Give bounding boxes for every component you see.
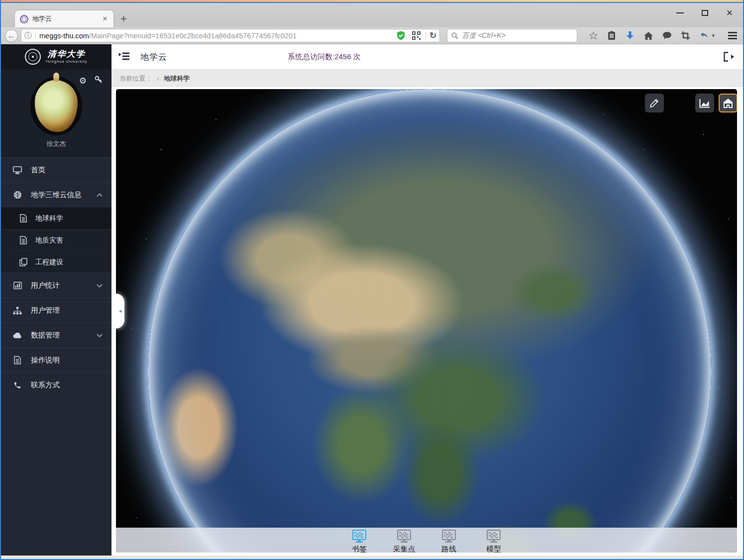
home-icon[interactable] [642, 30, 654, 42]
sidebar-item-label: 地质灾害 [35, 236, 63, 245]
map-toolbar-top [116, 94, 737, 113]
user-name: 徐文杰 [47, 139, 66, 148]
sidebar-item-geo3d-cloud[interactable]: 地学三维云信息 [1, 182, 111, 207]
sidebar-item-data-management[interactable]: 数据管理 [1, 323, 111, 347]
undo-dropdown-caret[interactable]: ▾ [712, 32, 715, 39]
draw-pencil-button[interactable] [645, 94, 664, 112]
tsinghua-emblem-icon [25, 49, 41, 65]
university-name-zh: 清华大学 [48, 50, 86, 59]
toolbar-icons: ☆ ▾ [587, 30, 739, 42]
dock-item-label: 模型 [486, 545, 501, 553]
dock-item-routes[interactable]: 路线 [434, 529, 464, 553]
maximize-button[interactable] [698, 7, 711, 19]
bookmarks-monitor-icon [351, 529, 367, 544]
library-icon[interactable] [606, 30, 618, 42]
sidebar-item-label: 用户管理 [31, 306, 103, 315]
sidebar-item-contact[interactable]: 联系方式 [1, 372, 111, 397]
sitemap-icon [13, 307, 22, 315]
dock-item-collection-points[interactable]: 采集点 [389, 529, 419, 553]
sidebar-item-label: 用户统计 [31, 281, 88, 290]
sidebar-menu: 首页 地学三维云信息 地球科学 [1, 157, 111, 556]
password-key-icon[interactable] [95, 76, 103, 86]
settings-gear-icon[interactable]: ⚙ [79, 76, 87, 86]
document-icon [19, 214, 27, 223]
tab-favicon [20, 15, 28, 23]
copy-pages-icon [19, 258, 27, 266]
sidebar-item-label: 地球科学 [35, 214, 63, 223]
url-path: /MainPage?menuid=16531e0c2bce4d1a86da457… [89, 32, 297, 40]
collapse-arrow-icon: ◄ [118, 309, 122, 314]
download-icon[interactable] [624, 30, 636, 42]
sidebar-item-label: 数据管理 [31, 331, 88, 340]
browser-titlebar: 地学云 × + × [1, 3, 743, 27]
sidebar: 清华大学 Tsinghua University ⚙ 徐文杰 [1, 44, 111, 556]
screenshot-crop-icon[interactable] [679, 30, 691, 42]
chevron-down-icon [97, 334, 103, 337]
search-placeholder: 百度 <Ctrl+K> [462, 31, 506, 40]
sidebar-item-user-stats[interactable]: 用户统计 [1, 273, 111, 298]
page-title: 地学云 [140, 51, 167, 63]
browser-window: 地学云 × + × ← ⓘ meggs-thu.com/MainPage?men… [0, 0, 744, 560]
tab-close-icon[interactable]: × [102, 14, 108, 24]
dock-item-models[interactable]: 模型 [479, 529, 509, 553]
url-text[interactable]: meggs-thu.com/MainPage?menuid=16531e0c2b… [39, 32, 391, 40]
university-logo: 清华大学 Tsinghua University [1, 44, 111, 69]
sidebar-item-earth-science[interactable]: 地球科学 [1, 207, 111, 229]
site-info-icon[interactable]: ⓘ [24, 31, 32, 40]
chat-icon[interactable] [661, 30, 673, 42]
home-view-button[interactable] [719, 94, 737, 112]
desktop-icon [13, 166, 22, 174]
bookmark-star-icon[interactable]: ☆ [587, 30, 599, 42]
dock-item-label: 路线 [441, 545, 456, 553]
university-name-en: Tsinghua University [45, 59, 87, 64]
window-bottom-margin [1, 556, 743, 559]
dock-item-bookmarks[interactable]: 书签 [344, 529, 374, 553]
divider [35, 31, 36, 40]
chevron-up-icon [97, 193, 103, 197]
dock-item-label: 书签 [352, 545, 367, 553]
minimize-button[interactable] [673, 7, 686, 19]
search-field[interactable]: 百度 <Ctrl+K> [447, 29, 577, 42]
models-monitor-icon [486, 529, 502, 544]
chevron-down-icon [97, 284, 103, 288]
breadcrumb-separator: › [157, 75, 159, 82]
breadcrumb-current[interactable]: 地球科学 [164, 74, 190, 83]
avatar[interactable] [30, 77, 82, 135]
new-tab-button[interactable]: + [120, 12, 127, 25]
sidebar-toggle-icon[interactable] [118, 52, 130, 61]
app-root: 清华大学 Tsinghua University ⚙ 徐文杰 [1, 44, 743, 556]
dock-item-label: 采集点 [393, 545, 416, 553]
sidebar-collapse-handle[interactable]: ◄ [116, 294, 124, 329]
breadcrumb-prefix: 当前位置： [119, 74, 152, 83]
routes-monitor-icon [441, 529, 457, 544]
menu-icon[interactable] [726, 30, 739, 41]
window-controls: × [673, 6, 739, 20]
breadcrumb: 当前位置： › 地球科学 [111, 69, 743, 87]
browser-tab[interactable]: 地学云 × [15, 10, 113, 27]
visit-counter: 系统总访问数:2456 次 [288, 52, 361, 62]
sidebar-item-instructions[interactable]: 操作说明 [1, 347, 111, 372]
logout-icon[interactable] [723, 52, 734, 62]
map-canvas[interactable]: ◄ 书签 采集点 路线 模 [116, 89, 737, 553]
sidebar-item-label: 首页 [31, 165, 103, 175]
divider [425, 31, 426, 40]
close-button[interactable]: × [723, 7, 736, 19]
terrain-chart-button[interactable] [695, 94, 714, 112]
back-button[interactable]: ← [5, 29, 18, 42]
document-icon [19, 236, 27, 244]
tab-title: 地学云 [32, 14, 98, 23]
bar-chart-icon [13, 282, 22, 289]
sidebar-item-engineering[interactable]: 工程建设 [1, 251, 111, 273]
collection-points-monitor-icon [396, 529, 412, 544]
globe-icon [13, 191, 22, 199]
search-icon [451, 32, 458, 39]
address-bar[interactable]: ⓘ meggs-thu.com/MainPage?menuid=16531e0c… [21, 29, 440, 42]
cloud-icon [13, 332, 22, 338]
sidebar-item-home[interactable]: 首页 [1, 157, 111, 182]
sidebar-item-user-management[interactable]: 用户管理 [1, 298, 111, 323]
reload-icon[interactable]: ↻ [429, 30, 436, 41]
qr-code-icon[interactable] [410, 30, 422, 42]
undo-icon[interactable] [698, 30, 710, 42]
sidebar-item-geo-hazard[interactable]: 地质灾害 [1, 229, 111, 251]
shield-icon[interactable] [395, 30, 407, 42]
